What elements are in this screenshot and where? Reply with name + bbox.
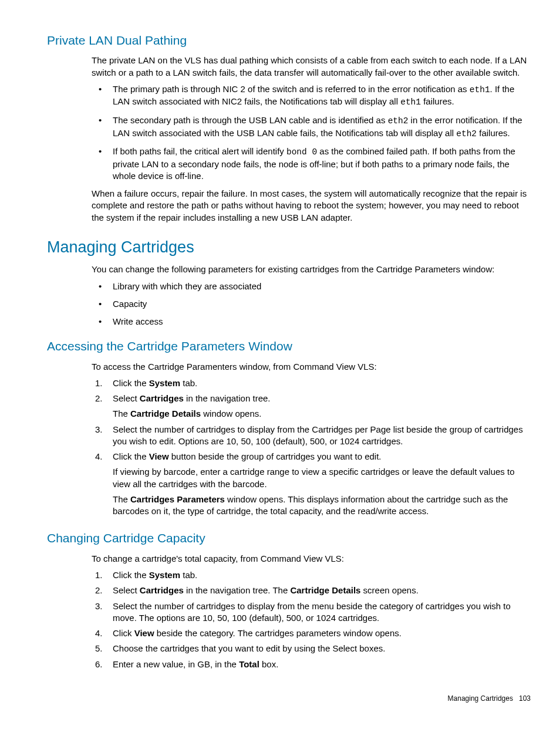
bold: System [149, 570, 180, 580]
list-item: Choose the cartridges that you want to e… [92, 643, 531, 654]
text: in the navigation tree. The [184, 585, 291, 595]
list-item: Click the View button beside the group o… [92, 451, 531, 517]
bullet-item: If both paths fail, the critical alert w… [92, 146, 531, 182]
text: failures. [421, 96, 454, 106]
text: failures. [477, 128, 510, 138]
bullet-item: Write access [92, 316, 531, 328]
heading-accessing-window: Accessing the Cartridge Parameters Windo… [47, 338, 542, 355]
bold: View [149, 451, 169, 461]
text: Click the [113, 570, 149, 580]
list-item: Click the System tab. [92, 377, 531, 389]
text: Select [113, 393, 140, 403]
text: The primary path is through NIC 2 of the… [113, 84, 470, 94]
numbered-list: Click the System tab. Select Cartridges … [92, 377, 531, 518]
list-item: Enter a new value, in GB, in the Total b… [92, 659, 531, 670]
list-item: Select the number of cartridges to displ… [92, 600, 531, 625]
para: To access the Cartridge Paramenters wind… [92, 361, 531, 373]
text: The secondary path is through the USB LA… [113, 115, 388, 125]
bold: Total [239, 659, 259, 669]
numbered-list: Click the System tab. Select Cartridges … [92, 569, 531, 670]
bullet-list: The primary path is through NIC 2 of the… [92, 83, 531, 182]
para: The private LAN on the VLS has dual path… [92, 55, 531, 79]
text: in the navigation tree. [184, 393, 271, 403]
text: box. [259, 659, 279, 669]
list-item: Select Cartridges in the navigation tree… [92, 585, 531, 596]
text: Click [113, 628, 134, 638]
code: eth2 [456, 129, 477, 139]
text: tab. [180, 378, 197, 388]
footer-label: Managing Cartridges [448, 694, 513, 703]
sub-para: The Cartridges Parameters window opens. … [113, 494, 531, 518]
para: When a failure occurs, repair the failur… [92, 188, 531, 224]
text: window opens. [201, 409, 261, 418]
bullet-item: Capacity [92, 298, 531, 310]
page-number: 103 [519, 694, 531, 703]
text: screen opens. [360, 585, 418, 595]
text: Select [113, 585, 140, 595]
text: Enter a new value, in GB, in the [113, 659, 239, 669]
text: beside the category. The cartridges para… [154, 628, 402, 638]
code: eth2 [388, 116, 409, 126]
text: The [113, 409, 130, 418]
list-item: Click the System tab. [92, 569, 531, 581]
bullet-item: The secondary path is through the USB LA… [92, 114, 531, 140]
para: You can change the following parameters … [92, 264, 531, 275]
heading-managing-cartridges: Managing Cartridges [47, 237, 542, 258]
bold: Cartridge Details [290, 585, 360, 595]
text: If both paths fail, the critical alert w… [113, 146, 286, 156]
list-item: Select the number of cartridges to displ… [92, 424, 531, 448]
text: Click the [113, 378, 149, 388]
bold: Cartridges Parameters [130, 494, 225, 504]
list-item: Click View beside the category. The cart… [92, 627, 531, 639]
sub-para: The Cartridge Details window opens. [113, 408, 531, 420]
page-footer: Managing Cartridges 103 [18, 694, 531, 703]
heading-changing-capacity: Changing Cartridge Capacity [47, 530, 542, 546]
bold: System [149, 378, 180, 388]
code: bond 0 [286, 147, 317, 157]
text: Click the [113, 451, 149, 461]
code: eth1 [470, 85, 490, 94]
bold: Cartridge Details [130, 409, 201, 418]
text: button beside the group of cartridges yo… [169, 451, 382, 461]
bullet-item: Library with which they are associated [92, 281, 531, 292]
bullet-item: The primary path is through NIC 2 of the… [92, 83, 531, 109]
para: To change a cartridge's total capacity, … [92, 553, 531, 565]
sub-para: If viewing by barcode, enter a cartridge… [113, 466, 531, 490]
text: The [113, 494, 130, 504]
text: tab. [180, 570, 197, 580]
code: eth1 [400, 97, 421, 107]
bold: View [134, 628, 154, 638]
bold: Cartridges [140, 585, 184, 595]
bullet-list: Library with which they are associated C… [92, 281, 531, 328]
heading-private-lan: Private LAN Dual Pathing [47, 32, 542, 49]
list-item: Select Cartridges in the navigation tree… [92, 393, 531, 420]
bold: Cartridges [140, 393, 184, 403]
